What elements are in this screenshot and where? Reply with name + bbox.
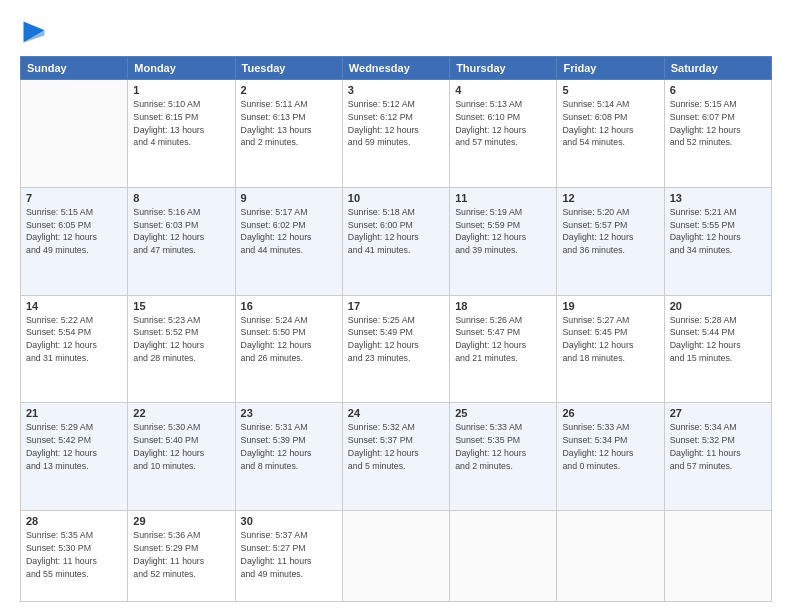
col-wednesday: Wednesday	[342, 57, 449, 80]
calendar-cell	[21, 80, 128, 188]
day-number: 30	[241, 515, 337, 527]
logo-icon	[20, 18, 48, 46]
day-number: 22	[133, 407, 229, 419]
day-info: Sunrise: 5:34 AM Sunset: 5:32 PM Dayligh…	[670, 421, 766, 472]
day-number: 14	[26, 300, 122, 312]
top-section	[20, 18, 772, 46]
calendar-cell: 13Sunrise: 5:21 AM Sunset: 5:55 PM Dayli…	[664, 187, 771, 295]
calendar-cell: 29Sunrise: 5:36 AM Sunset: 5:29 PM Dayli…	[128, 511, 235, 602]
calendar-cell: 22Sunrise: 5:30 AM Sunset: 5:40 PM Dayli…	[128, 403, 235, 511]
day-info: Sunrise: 5:24 AM Sunset: 5:50 PM Dayligh…	[241, 314, 337, 365]
col-friday: Friday	[557, 57, 664, 80]
day-info: Sunrise: 5:11 AM Sunset: 6:13 PM Dayligh…	[241, 98, 337, 149]
day-number: 21	[26, 407, 122, 419]
day-info: Sunrise: 5:37 AM Sunset: 5:27 PM Dayligh…	[241, 529, 337, 580]
day-info: Sunrise: 5:15 AM Sunset: 6:05 PM Dayligh…	[26, 206, 122, 257]
day-info: Sunrise: 5:23 AM Sunset: 5:52 PM Dayligh…	[133, 314, 229, 365]
svg-marker-0	[24, 22, 45, 43]
calendar-cell: 20Sunrise: 5:28 AM Sunset: 5:44 PM Dayli…	[664, 295, 771, 403]
day-info: Sunrise: 5:22 AM Sunset: 5:54 PM Dayligh…	[26, 314, 122, 365]
day-info: Sunrise: 5:35 AM Sunset: 5:30 PM Dayligh…	[26, 529, 122, 580]
calendar-cell	[342, 511, 449, 602]
day-number: 10	[348, 192, 444, 204]
calendar-cell: 25Sunrise: 5:33 AM Sunset: 5:35 PM Dayli…	[450, 403, 557, 511]
day-number: 19	[562, 300, 658, 312]
day-info: Sunrise: 5:17 AM Sunset: 6:02 PM Dayligh…	[241, 206, 337, 257]
day-number: 23	[241, 407, 337, 419]
calendar-cell: 23Sunrise: 5:31 AM Sunset: 5:39 PM Dayli…	[235, 403, 342, 511]
calendar-cell: 4Sunrise: 5:13 AM Sunset: 6:10 PM Daylig…	[450, 80, 557, 188]
calendar-cell: 14Sunrise: 5:22 AM Sunset: 5:54 PM Dayli…	[21, 295, 128, 403]
day-info: Sunrise: 5:25 AM Sunset: 5:49 PM Dayligh…	[348, 314, 444, 365]
day-info: Sunrise: 5:21 AM Sunset: 5:55 PM Dayligh…	[670, 206, 766, 257]
day-info: Sunrise: 5:29 AM Sunset: 5:42 PM Dayligh…	[26, 421, 122, 472]
day-info: Sunrise: 5:33 AM Sunset: 5:35 PM Dayligh…	[455, 421, 551, 472]
calendar-cell: 7Sunrise: 5:15 AM Sunset: 6:05 PM Daylig…	[21, 187, 128, 295]
calendar-cell: 11Sunrise: 5:19 AM Sunset: 5:59 PM Dayli…	[450, 187, 557, 295]
calendar-cell: 3Sunrise: 5:12 AM Sunset: 6:12 PM Daylig…	[342, 80, 449, 188]
calendar-week-row: 7Sunrise: 5:15 AM Sunset: 6:05 PM Daylig…	[21, 187, 772, 295]
day-number: 13	[670, 192, 766, 204]
day-info: Sunrise: 5:14 AM Sunset: 6:08 PM Dayligh…	[562, 98, 658, 149]
calendar-cell: 27Sunrise: 5:34 AM Sunset: 5:32 PM Dayli…	[664, 403, 771, 511]
col-sunday: Sunday	[21, 57, 128, 80]
day-number: 25	[455, 407, 551, 419]
calendar-cell: 5Sunrise: 5:14 AM Sunset: 6:08 PM Daylig…	[557, 80, 664, 188]
calendar-cell: 8Sunrise: 5:16 AM Sunset: 6:03 PM Daylig…	[128, 187, 235, 295]
calendar-cell: 15Sunrise: 5:23 AM Sunset: 5:52 PM Dayli…	[128, 295, 235, 403]
day-number: 8	[133, 192, 229, 204]
day-number: 9	[241, 192, 337, 204]
day-info: Sunrise: 5:13 AM Sunset: 6:10 PM Dayligh…	[455, 98, 551, 149]
calendar-cell: 6Sunrise: 5:15 AM Sunset: 6:07 PM Daylig…	[664, 80, 771, 188]
calendar-cell: 28Sunrise: 5:35 AM Sunset: 5:30 PM Dayli…	[21, 511, 128, 602]
col-saturday: Saturday	[664, 57, 771, 80]
calendar-cell	[450, 511, 557, 602]
calendar-week-row: 28Sunrise: 5:35 AM Sunset: 5:30 PM Dayli…	[21, 511, 772, 602]
day-number: 12	[562, 192, 658, 204]
calendar-cell: 21Sunrise: 5:29 AM Sunset: 5:42 PM Dayli…	[21, 403, 128, 511]
calendar-cell: 2Sunrise: 5:11 AM Sunset: 6:13 PM Daylig…	[235, 80, 342, 188]
day-number: 2	[241, 84, 337, 96]
day-info: Sunrise: 5:16 AM Sunset: 6:03 PM Dayligh…	[133, 206, 229, 257]
calendar-cell: 9Sunrise: 5:17 AM Sunset: 6:02 PM Daylig…	[235, 187, 342, 295]
calendar: Sunday Monday Tuesday Wednesday Thursday…	[20, 56, 772, 602]
day-number: 4	[455, 84, 551, 96]
day-number: 20	[670, 300, 766, 312]
calendar-cell: 18Sunrise: 5:26 AM Sunset: 5:47 PM Dayli…	[450, 295, 557, 403]
calendar-cell: 12Sunrise: 5:20 AM Sunset: 5:57 PM Dayli…	[557, 187, 664, 295]
day-number: 6	[670, 84, 766, 96]
day-info: Sunrise: 5:36 AM Sunset: 5:29 PM Dayligh…	[133, 529, 229, 580]
calendar-cell: 16Sunrise: 5:24 AM Sunset: 5:50 PM Dayli…	[235, 295, 342, 403]
day-info: Sunrise: 5:31 AM Sunset: 5:39 PM Dayligh…	[241, 421, 337, 472]
day-info: Sunrise: 5:20 AM Sunset: 5:57 PM Dayligh…	[562, 206, 658, 257]
day-info: Sunrise: 5:30 AM Sunset: 5:40 PM Dayligh…	[133, 421, 229, 472]
day-info: Sunrise: 5:19 AM Sunset: 5:59 PM Dayligh…	[455, 206, 551, 257]
calendar-cell: 19Sunrise: 5:27 AM Sunset: 5:45 PM Dayli…	[557, 295, 664, 403]
day-number: 15	[133, 300, 229, 312]
day-info: Sunrise: 5:28 AM Sunset: 5:44 PM Dayligh…	[670, 314, 766, 365]
calendar-week-row: 21Sunrise: 5:29 AM Sunset: 5:42 PM Dayli…	[21, 403, 772, 511]
day-number: 11	[455, 192, 551, 204]
day-number: 29	[133, 515, 229, 527]
day-number: 28	[26, 515, 122, 527]
day-info: Sunrise: 5:18 AM Sunset: 6:00 PM Dayligh…	[348, 206, 444, 257]
calendar-cell: 26Sunrise: 5:33 AM Sunset: 5:34 PM Dayli…	[557, 403, 664, 511]
day-number: 3	[348, 84, 444, 96]
col-thursday: Thursday	[450, 57, 557, 80]
col-monday: Monday	[128, 57, 235, 80]
day-info: Sunrise: 5:26 AM Sunset: 5:47 PM Dayligh…	[455, 314, 551, 365]
day-info: Sunrise: 5:32 AM Sunset: 5:37 PM Dayligh…	[348, 421, 444, 472]
day-info: Sunrise: 5:27 AM Sunset: 5:45 PM Dayligh…	[562, 314, 658, 365]
day-number: 1	[133, 84, 229, 96]
page: Sunday Monday Tuesday Wednesday Thursday…	[0, 0, 792, 612]
day-number: 16	[241, 300, 337, 312]
calendar-week-row: 14Sunrise: 5:22 AM Sunset: 5:54 PM Dayli…	[21, 295, 772, 403]
day-number: 7	[26, 192, 122, 204]
calendar-cell: 24Sunrise: 5:32 AM Sunset: 5:37 PM Dayli…	[342, 403, 449, 511]
calendar-cell	[557, 511, 664, 602]
calendar-cell: 1Sunrise: 5:10 AM Sunset: 6:15 PM Daylig…	[128, 80, 235, 188]
calendar-cell: 30Sunrise: 5:37 AM Sunset: 5:27 PM Dayli…	[235, 511, 342, 602]
calendar-header-row: Sunday Monday Tuesday Wednesday Thursday…	[21, 57, 772, 80]
day-number: 27	[670, 407, 766, 419]
day-number: 5	[562, 84, 658, 96]
